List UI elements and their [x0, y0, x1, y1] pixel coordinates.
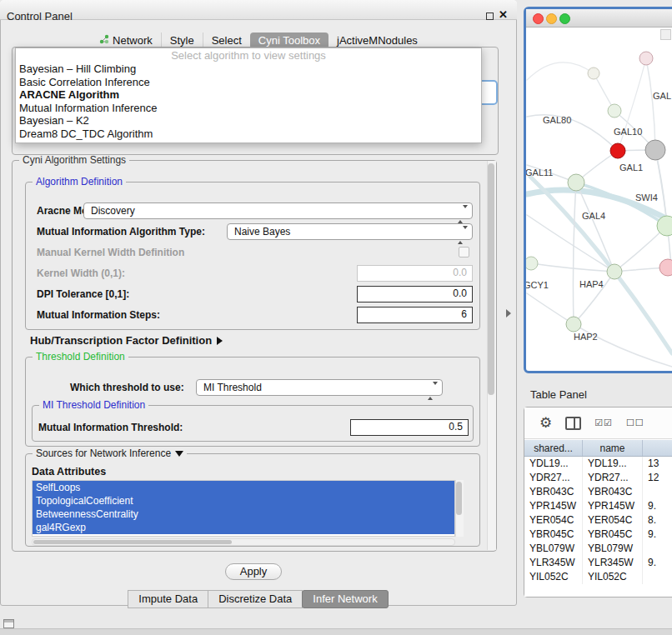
gear-icon[interactable]: ⚙ [539, 414, 552, 432]
algorithm-dropdown-list: Bayesian – Hill ClimbingBasic Correlatio… [16, 62, 481, 140]
algorithm-option[interactable]: Basic Correlation Inference [16, 76, 481, 89]
table-cell: YBL079W [583, 542, 643, 556]
attribute-item[interactable]: SelfLoops [33, 481, 454, 494]
select-all-checkboxes-icon[interactable]: ☑☑ [594, 418, 613, 428]
network-node[interactable] [639, 52, 653, 65]
table-row[interactable]: YLR345WYLR345W9. [524, 556, 672, 570]
algorithm-option[interactable]: Mutual Information Inference [16, 102, 481, 115]
network-edge [527, 62, 594, 80]
cyni-settings-title: Cyni Algorithm Settings [19, 154, 129, 166]
network-node[interactable] [588, 68, 599, 79]
algorithm-option[interactable]: Bayesian – K2 [16, 114, 481, 128]
network-node[interactable] [526, 257, 538, 270]
mi-steps-field[interactable]: 6 [357, 307, 473, 323]
table-cell: YIL052C [583, 570, 643, 584]
attribute-item[interactable]: BetweennessCentrality [33, 508, 454, 521]
dpi-tolerance-field[interactable]: 0.0 [357, 286, 473, 302]
table-cell: YPR145W [524, 499, 583, 513]
close-icon[interactable]: ✕ [499, 8, 508, 21]
table-cell: YBR043C [583, 485, 643, 499]
docked-panel-icon[interactable] [3, 619, 14, 628]
algorithm-option[interactable]: ARACNE Algorithm [16, 88, 481, 102]
tab-discretize-data[interactable]: Discretize Data [208, 590, 303, 608]
table-row[interactable]: YBL079WYBL079W [524, 542, 672, 556]
network-window-titlebar[interactable] [526, 9, 672, 28]
data-attributes-list: SelfLoopsTopologicalCoefficientBetweenne… [32, 480, 455, 537]
attribute-item[interactable]: TopologicalCoefficient [33, 494, 454, 508]
table-cell: 12 [643, 471, 672, 485]
table-cell: YBR043C [524, 485, 583, 499]
control-panel-titlebar[interactable] [0, 0, 517, 20]
table-cell: 9. [643, 528, 672, 542]
table-cell: YBL079W [524, 542, 583, 556]
close-traffic-light-icon[interactable] [533, 13, 544, 24]
table-cell: YLR345W [524, 556, 583, 570]
node-label: GAL10 [614, 127, 642, 137]
deselect-all-checkboxes-icon[interactable]: ☐☐ [626, 418, 644, 428]
node-label: HAP2 [574, 332, 598, 342]
table-row[interactable]: YIL052CYIL052C [524, 570, 672, 584]
table-panel-title: Table Panel [530, 388, 587, 401]
algorithm-definition-title: Algorithm Definition [33, 176, 126, 188]
table-cell: 8. [643, 513, 672, 528]
network-node[interactable] [645, 140, 665, 160]
table-body: YDL19...YDL19...13YDR27...YDR27...12YBR0… [524, 457, 672, 597]
mi-type-select[interactable]: Naive Bayes [227, 223, 473, 240]
mi-threshold-label: Mutual Information Threshold: [38, 419, 183, 436]
network-node[interactable] [608, 104, 621, 118]
manual-kernel-label: Manual Kernel Width Definition [37, 244, 184, 261]
columns-icon[interactable] [565, 417, 581, 430]
attribute-item[interactable]: gal4RGexp [33, 521, 454, 534]
attributes-vscrollbar-thumb[interactable] [456, 482, 462, 515]
sources-title-row[interactable]: Sources for Network Inference [33, 448, 187, 459]
settings-scrollbar-thumb[interactable] [488, 163, 494, 395]
table-cell: 9. [643, 556, 672, 570]
node-label: GAL1 [619, 162, 643, 172]
column-header[interactable] [643, 440, 672, 456]
network-edge [573, 182, 576, 324]
dpi-tolerance-label: DPI Tolerance [0,1]: [37, 286, 129, 302]
algorithm-option[interactable]: Bayesian – Hill Climbing [16, 62, 481, 76]
network-edge [527, 293, 574, 324]
hub-section-toggle[interactable]: Hub/Transcription Factor Definition [30, 333, 223, 348]
aracne-mode-value: Discovery [91, 205, 135, 217]
mi-threshold-field[interactable]: 0.5 [350, 419, 469, 436]
algorithm-option[interactable]: Dream8 DC_TDC Algorithm [16, 128, 481, 141]
combo-arrows-icon [458, 228, 468, 242]
mi-type-value: Naive Bayes [234, 226, 290, 238]
minimize-traffic-light-icon[interactable] [546, 13, 557, 24]
zoom-traffic-light-icon[interactable] [559, 13, 570, 24]
network-scrollbar-fragment[interactable] [660, 29, 671, 40]
tab-impute-data[interactable]: Impute Data [128, 590, 208, 608]
column-header[interactable]: name [583, 440, 643, 456]
network-node[interactable] [568, 174, 584, 191]
network-svg[interactable]: GALGAL80GAL10GAL11GAL1SWI4GAL4GCY1HAP4HA… [526, 28, 672, 371]
table-row[interactable]: YDL19...YDL19...13 [524, 457, 672, 471]
column-header[interactable]: shared... [524, 440, 583, 456]
which-threshold-select[interactable]: MI Threshold [196, 379, 443, 396]
node-label: HAP4 [579, 279, 604, 289]
table-row[interactable]: YDR27...YDR27...12 [524, 471, 672, 485]
network-node[interactable] [610, 143, 625, 158]
table-row[interactable]: YPR145WYPR145W9. [524, 499, 672, 513]
algorithm-dropdown-placeholder: Select algorithm to view settings [16, 49, 481, 62]
manual-kernel-checkbox[interactable] [459, 247, 469, 258]
table-cell: YLR345W [583, 556, 643, 570]
tab-infer-network[interactable]: Infer Network [302, 590, 388, 608]
apply-button[interactable]: Apply [225, 563, 282, 580]
table-cell: YDR27... [583, 471, 643, 485]
bottom-tabs: Impute DataDiscretize DataInfer Network [0, 590, 517, 608]
table-row[interactable]: YER054CYER054C8. [524, 513, 672, 528]
table-row[interactable]: YBR043CYBR043C [524, 485, 672, 499]
network-node[interactable] [607, 264, 622, 279]
node-label: GAL4 [582, 211, 605, 221]
network-node[interactable] [659, 259, 672, 276]
kernel-width-field[interactable]: 0.0 [357, 265, 473, 282]
attributes-hscrollbar-thumb[interactable] [33, 540, 232, 544]
float-window-icon[interactable] [486, 12, 494, 20]
aracne-mode-select[interactable]: Discovery [83, 202, 473, 219]
panel-resize-handle[interactable] [506, 309, 511, 318]
table-row[interactable]: YBR045CYBR045C9. [524, 528, 672, 542]
table-cell: YER054C [583, 513, 643, 528]
network-node[interactable] [566, 317, 581, 332]
